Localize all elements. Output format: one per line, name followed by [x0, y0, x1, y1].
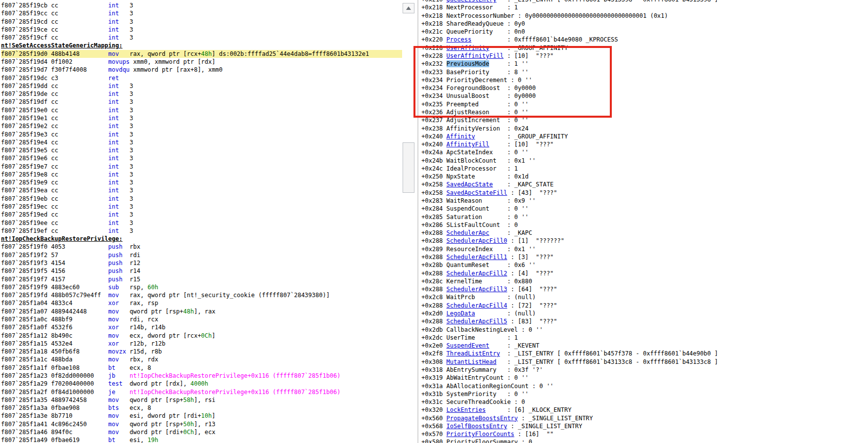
disasm-row[interactable]: f807`285f1a3a 0fbae908 bts ecx, 8 — [1, 404, 402, 412]
struct-row[interactable]: +0x319 AbWaitEntryCount : 0 '' — [421, 374, 867, 382]
disasm-row[interactable]: f807`285f19eb cc int 3 — [1, 195, 402, 203]
struct-field-link[interactable]: SchedulerApcFill4 — [447, 302, 507, 309]
struct-row[interactable]: +0x560 PropagateBoostsEntry : _SINGLE_LI… — [421, 414, 867, 422]
struct-row[interactable]: +0x28b QuantumReset : 0x6 '' — [421, 261, 867, 269]
scrollbar-up-button[interactable] — [403, 3, 414, 13]
disasm-row[interactable]: f807`285f19e1 cc int 3 — [1, 114, 402, 122]
struct-row[interactable]: +0x233 BasePriority : 8 '' — [421, 68, 867, 76]
struct-field-link[interactable]: LockEntries — [447, 406, 486, 413]
struct-row[interactable]: +0x284 SuspendCount : 0 '' — [421, 205, 867, 213]
disasm-row[interactable]: f807`285f19d7 f30f7f4008 movdqu xmmword … — [1, 66, 402, 74]
struct-row[interactable]: +0x2d0 LegoData : (null) — [421, 310, 867, 317]
struct-row[interactable]: +0x580 PriorityFloorSummary : 0 — [421, 438, 867, 443]
struct-row[interactable]: +0x288 SchedulerApcFill2 : [4] "???" — [421, 269, 867, 277]
disasm-row[interactable]: f807`285f19f3 4154 push r12 — [1, 259, 402, 267]
scrollbar-thumb[interactable] — [403, 142, 414, 193]
disasm-row[interactable]: f807`285f19e5 cc int 3 — [1, 146, 402, 154]
struct-field-link[interactable]: SuspendEvent — [447, 342, 490, 349]
struct-row[interactable]: +0x2dc UserTime : 1 — [421, 334, 867, 342]
disasm-row[interactable]: f807`285f1a18 450fb6f8 movzx r15d, r8b — [1, 348, 402, 355]
struct-row[interactable]: +0x240 AffinityFill : [10] "???" — [421, 140, 867, 148]
disasm-row[interactable]: f807`285f19dc c3 ret — [1, 74, 402, 82]
struct-row[interactable]: +0x21c QueuePriority : 0n0 — [421, 28, 867, 36]
disasm-row[interactable]: f807`285f1a41 4c896c2450 mov qword ptr [… — [1, 420, 402, 428]
disasm-row[interactable]: f807`285f19cd cc int 3 — [1, 18, 402, 26]
struct-row[interactable]: +0x288 SchedulerApcFill0 : [1] "??????" — [421, 237, 867, 245]
struct-row[interactable]: +0x288 SchedulerApcFill1 : [3] "???" — [421, 253, 867, 261]
struct-row[interactable]: +0x2c8 WaitPrcb : (null) — [421, 293, 867, 301]
disasm-row[interactable]: f807`285f19f9 4883ec60 sub rsp, 60h — [1, 283, 402, 291]
disasm-row[interactable]: f807`285f19e2 cc int 3 — [1, 122, 402, 130]
disasm-row[interactable]: f807`285f1a07 4889442448 mov qword ptr [… — [1, 308, 402, 315]
struct-field-link[interactable]: SchedulerApcFill5 — [447, 318, 507, 325]
struct-row[interactable]: +0x210 QueueListEntry : _LIST_ENTRY [ 0x… — [421, 0, 867, 3]
struct-field-link[interactable]: SavedApcStateFill — [447, 189, 507, 196]
struct-row[interactable]: +0x234 ForegroundBoost : 0y0000 — [421, 84, 867, 92]
struct-row[interactable]: +0x236 AdjustReason : 0 '' — [421, 108, 867, 116]
disassembly-pane[interactable]: f807`285f19cb cc int 3f807`285f19cc cc i… — [1, 1, 402, 443]
disasm-row[interactable]: f807`285f1a0f 4532f6 xor r14b, r14b — [1, 323, 402, 331]
struct-row[interactable]: +0x234 PriorityDecrement : 0 '' — [421, 76, 867, 84]
struct-field-link[interactable]: SavedApcState — [447, 181, 493, 188]
struct-row[interactable]: +0x286 SListFaultCount : 0 — [421, 221, 867, 229]
disasm-row[interactable]: f807`285f19e8 cc int 3 — [1, 171, 402, 178]
struct-field-link[interactable]: UserAffinityFill — [447, 52, 504, 59]
disasm-row[interactable]: f807`285f19ee cc int 3 — [1, 219, 402, 227]
struct-row[interactable]: +0x288 SchedulerApcFill5 : [83] "???" — [421, 317, 867, 325]
struct-row[interactable]: +0x568 IoSelfBoostsEntry : _SINGLE_LIST_… — [421, 422, 867, 430]
disasm-row[interactable]: f807`285f1a12 8b490c mov ecx, dword ptr … — [1, 332, 402, 340]
struct-row[interactable]: +0x235 Preempted : 0 '' — [421, 100, 867, 108]
struct-row[interactable]: +0x285 Saturation : 0 '' — [421, 213, 867, 221]
struct-watch-pane[interactable]: +0x210 QueueListEntry : _LIST_ENTRY [ 0x… — [421, 0, 867, 443]
disasm-row[interactable]: f807`285f19ea cc int 3 — [1, 186, 402, 194]
struct-row[interactable]: +0x288 SchedulerApcFill3 : [64] "???" — [421, 285, 867, 293]
struct-field-link[interactable]: Affinity — [447, 133, 475, 140]
disasm-row[interactable]: f807`285f19cc cc int 3 — [1, 9, 402, 17]
struct-row[interactable]: +0x24c IdealProcessor : 1 — [421, 165, 867, 173]
disasm-row[interactable]: f807`285f19d0 488b4148 mov rax, qword pt… — [1, 50, 405, 58]
struct-field-link[interactable]: LegoData — [447, 310, 475, 317]
disasm-row[interactable]: f807`285f19f7 4157 push r15 — [1, 275, 402, 283]
struct-row[interactable]: +0x24a ApcStateIndex : 0 '' — [421, 148, 867, 156]
struct-field-link[interactable]: PropagateBoostsEntry — [447, 415, 518, 422]
struct-row[interactable]: +0x228 UserAffinity : _GROUP_AFFINITY — [421, 44, 867, 52]
disasm-row[interactable]: f807`285f1a29 f70200400000 test dword pt… — [1, 380, 402, 388]
disasm-row[interactable]: f807`285f19df cc int 3 — [1, 98, 402, 106]
disasm-row[interactable]: f807`285f19e6 cc int 3 — [1, 154, 402, 162]
struct-row[interactable]: +0x570 PriorityFloorCounts : [16] "" — [421, 430, 867, 438]
struct-row[interactable]: +0x31c SecureThreadCookie : 0 — [421, 398, 867, 406]
disasm-row[interactable]: f807`285f19ce cc int 3 — [1, 26, 402, 34]
disasm-row[interactable]: f807`285f19e7 cc int 3 — [1, 163, 402, 171]
struct-row[interactable]: +0x320 LockEntries : [6] _KLOCK_ENTRY — [421, 406, 867, 414]
disasm-row[interactable]: f807`285f1a23 0f82dd000000 jb nt!IopChec… — [1, 372, 402, 380]
disasm-row[interactable]: f807`285f1a2f 0f84d1000000 je nt!IopChec… — [1, 388, 402, 396]
struct-row[interactable]: +0x308 MutantListHead : _LIST_ENTRY [ 0x… — [421, 358, 867, 366]
disasm-row[interactable]: f807`285f19e9 cc int 3 — [1, 178, 402, 186]
disasm-row[interactable]: f807`285f19cb cc int 3 — [1, 1, 402, 9]
disasm-row[interactable]: f807`285f19ec cc int 3 — [1, 203, 402, 211]
struct-row[interactable]: +0x250 NpxState : 0x1d — [421, 173, 867, 180]
struct-row[interactable]: +0x318 AbEntrySummary : 0x3f '?' — [421, 366, 867, 374]
struct-row[interactable]: +0x28c KernelTime : 0x880 — [421, 277, 867, 285]
disasm-row[interactable]: f807`285f19de cc int 3 — [1, 90, 402, 98]
disasm-row[interactable]: f807`285f1a1f 0fbae108 bt ecx, 8 — [1, 364, 402, 372]
disasm-row[interactable]: f807`285f1a15 4532e4 xor r12b, r12b — [1, 340, 402, 348]
disasm-row[interactable]: f807`285f1a46 894f0c mov dword ptr [rdi+… — [1, 428, 402, 436]
disasm-row[interactable]: f807`285f19f2 57 push rdi — [1, 251, 402, 259]
disasm-row[interactable]: f807`285f1a0c 488bf9 mov rdi, rcx — [1, 315, 402, 323]
disasm-row[interactable]: f807`285f1a04 4833c4 xor rax, rsp — [1, 299, 402, 307]
struct-row[interactable]: +0x2e0 SuspendEvent : _KEVENT — [421, 342, 867, 350]
struct-row[interactable]: +0x240 Affinity : _GROUP_AFFINITY — [421, 133, 867, 140]
struct-row[interactable]: +0x283 WaitReason : 0x9 '' — [421, 197, 867, 205]
disasm-row[interactable]: f807`285f19fd 488b057c79e4ff mov rax, qw… — [1, 291, 402, 299]
struct-row[interactable]: +0x2f8 ThreadListEntry : _LIST_ENTRY [ 0… — [421, 350, 867, 357]
struct-field-link[interactable]: Process — [447, 36, 472, 43]
struct-row[interactable]: +0x232 PreviousMode : 1 '' — [421, 60, 867, 68]
disasm-row[interactable]: f807`285f19f0 4053 push rbx — [1, 243, 402, 251]
disasm-row[interactable]: f807`285f19dd cc int 3 — [1, 82, 402, 90]
struct-row[interactable]: +0x31b SystemPriority : 0 '' — [421, 390, 867, 398]
struct-field-link[interactable]: UserAffinity — [447, 44, 490, 51]
struct-field-link[interactable]: MutantListHead — [447, 358, 497, 365]
struct-row[interactable]: +0x237 AdjustIncrement : 0 '' — [421, 116, 867, 124]
struct-field-link[interactable]: PriorityFloorCounts — [447, 431, 514, 438]
